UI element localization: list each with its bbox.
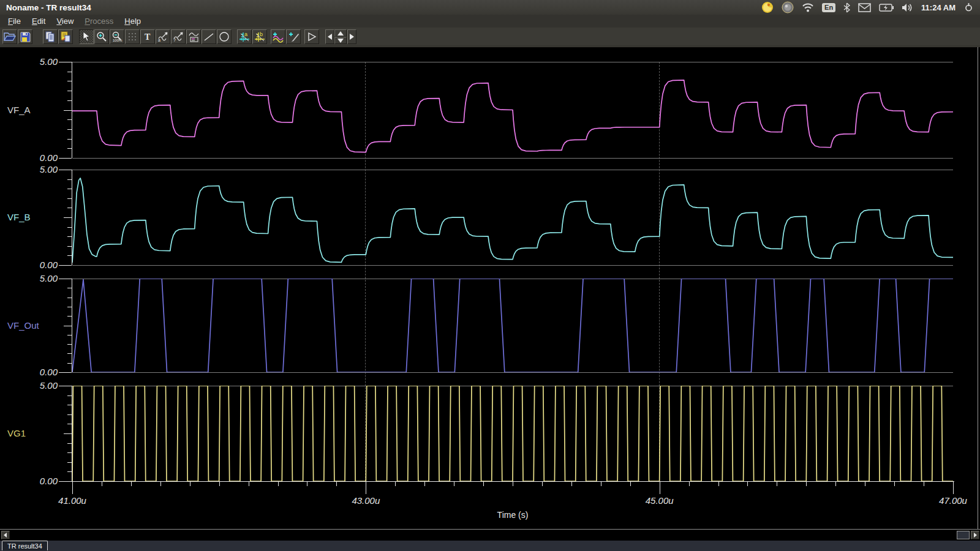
y-tick [67,227,72,228]
tray-clock[interactable]: 11:24 AM [921,3,956,12]
svg-text:a: a [158,38,160,42]
x-minor-tick [718,481,719,486]
keyboard-layout-badge[interactable]: En [822,3,835,12]
autoscale-q-button[interactable]: ? [171,29,186,44]
save-button[interactable] [18,29,32,44]
bottom-separator [0,529,980,530]
app-indicator-icon[interactable] [761,1,774,13]
x-minor-tick [395,481,396,486]
toolbar: 100%Ta?ab [0,28,980,47]
text-button[interactable]: T [140,29,155,44]
wifi-icon[interactable] [802,2,814,12]
x-minor-tick [601,481,601,486]
open-button[interactable] [2,29,17,44]
zoom-in-button[interactable] [94,29,109,44]
nav-arrow-up-button[interactable] [334,29,347,37]
draw-ellipse-button[interactable] [217,29,232,44]
nav-right-button[interactable] [347,29,356,44]
waveform-vf_a [72,62,953,158]
scrollbar-thumb[interactable] [957,531,970,539]
horizontal-scrollbar[interactable] [0,530,980,541]
desktop: { "window": { "title": "Noname - TR resu… [0,0,980,551]
zoom-out-button[interactable]: 100% [110,29,124,44]
axis-b-icon: b [254,31,266,43]
curve-legend-button[interactable] [186,29,201,44]
axis-b-button[interactable]: b [252,29,267,44]
x-minor-tick [894,481,895,486]
scroll-left-button[interactable] [1,531,10,539]
x-minor-tick [131,481,132,486]
system-tray: En11:24 AM [761,1,980,13]
svg-text:?: ? [173,38,176,42]
edit-curve-button[interactable] [286,29,301,44]
edit-curve-icon [288,31,300,43]
x-minor-tick [160,481,161,486]
left-arrow-icon [3,533,8,538]
add-curves-button[interactable] [271,29,285,44]
trace-label-vg1[interactable]: VG1 [7,428,26,438]
trace-label-vf_a[interactable]: VF_A [7,105,31,115]
mail-icon[interactable] [858,3,871,12]
x-major-tick [660,481,660,494]
svg-text:T: T [145,32,151,42]
x-minor-tick [689,481,690,486]
x-major-tick [953,481,954,494]
x-minor-tick [424,481,425,486]
waveform-plot-area[interactable]: 5.000.00VF_A5.000.00VF_B5.000.00VF_Out5.… [0,47,980,529]
y-tick [67,363,72,364]
y-tick [67,424,72,424]
menu-help[interactable]: Help [119,16,146,26]
y-tick [67,344,72,345]
zoom-out-icon: 100% [111,31,123,42]
tab-tr-result34[interactable]: TR result34 [2,541,48,550]
x-minor-tick [249,481,249,486]
y-tick [64,326,72,326]
trace-label-vf_out[interactable]: VF_Out [7,320,39,331]
power-gear-icon[interactable] [963,2,974,13]
copy-button[interactable] [43,29,58,44]
menu-edit[interactable]: Edit [26,16,51,26]
x-minor-tick [747,481,748,486]
title-bar[interactable]: Noname - TR result34 En11:24 AM [0,0,980,15]
svg-text:100%: 100% [113,39,123,42]
select-cursor-icon [82,32,91,42]
panel-vf_out-bottom-border [72,372,953,373]
nav-left-icon [327,34,333,40]
y-tick [67,298,72,298]
y-tick [59,279,72,279]
autoscale-a-button[interactable]: a [156,29,170,44]
paste-button[interactable] [58,29,73,44]
result-tab-bar: TR result34 [0,541,980,551]
grid-button [125,29,140,44]
x-minor-tick [835,481,836,486]
y-tick [67,119,72,120]
zoom-in-icon [96,31,107,42]
nav-left-button[interactable] [325,29,334,44]
y-tick [67,81,72,81]
y-tick [59,158,72,159]
battery-icon[interactable] [879,4,894,12]
nav-arrow-down-button[interactable] [334,37,347,44]
y-tick [67,72,72,72]
x-minor-tick [513,481,513,486]
svg-text:a: a [244,31,247,37]
x-tick-label: 41.00u [48,495,97,506]
y-tick [67,139,72,140]
select-cursor-button[interactable] [79,29,94,44]
screenshot-sphere-icon[interactable] [782,1,794,13]
menu-bar: FileEditViewProcessHelp [0,15,980,28]
y-tick [67,462,72,463]
scroll-right-button[interactable] [971,531,979,539]
draw-line-button[interactable] [202,29,216,44]
play-button[interactable] [304,29,319,44]
add-curves-icon [272,31,284,43]
y-tick [67,129,72,130]
trace-label-vf_b[interactable]: VF_B [7,212,31,222]
bluetooth-icon[interactable] [843,2,850,13]
menu-view[interactable]: View [51,16,79,26]
nav-right-icon [349,34,355,40]
axis-a-button[interactable]: a [237,29,252,44]
volume-icon[interactable] [902,3,913,12]
menu-file[interactable]: File [2,16,26,26]
y-tick [64,217,72,218]
